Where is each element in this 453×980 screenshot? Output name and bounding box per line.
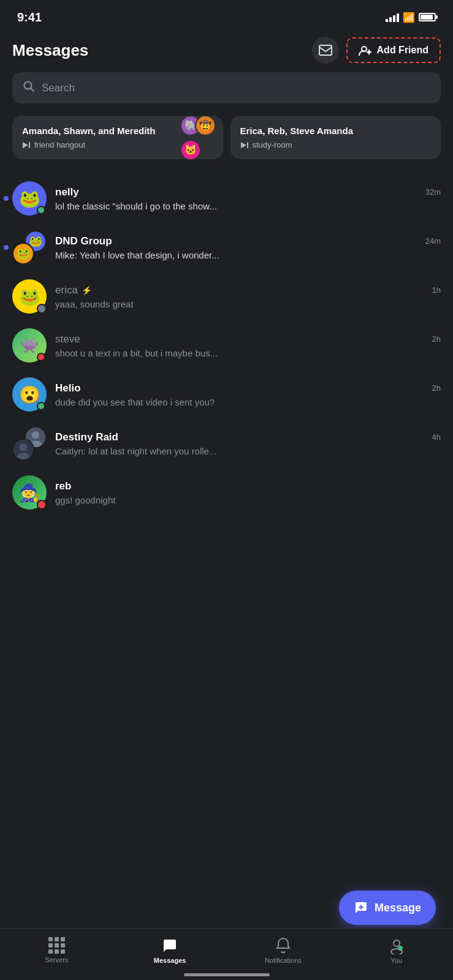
voice-avatar: 🤠 xyxy=(195,116,216,136)
avatar-wrapper-reb: 🧙 xyxy=(12,475,47,510)
voice-card-1-avatars: 🐘 🤠 🐱 xyxy=(180,116,216,160)
avatar-wrapper-steve: 👾 xyxy=(12,328,47,363)
voice-avatar: 🐱 xyxy=(180,140,201,160)
nav-item-messages[interactable]: Messages xyxy=(113,933,227,968)
dm-name-reb: reb xyxy=(55,480,71,492)
status-time: 9:41 xyxy=(17,10,42,24)
dm-time-destiny: 4h xyxy=(432,432,441,442)
dm-time-nelly: 32m xyxy=(425,187,441,197)
dm-content-reb: reb ggs! goodnight xyxy=(55,480,441,505)
fab-label: Message xyxy=(375,902,421,914)
dm-content-dnd: DND Group 24m Mike: Yeah I love that des… xyxy=(55,235,441,260)
group-avatar-destiny xyxy=(12,426,47,461)
dm-item-steve[interactable]: 👾 steve 2h shoot u a text in a bit, but … xyxy=(0,321,453,370)
unread-indicator xyxy=(4,196,9,201)
status-erica xyxy=(37,304,47,314)
dm-preview-erica: yaaa, sounds great xyxy=(55,299,441,309)
dm-name-nelly: nelly xyxy=(55,186,79,198)
dm-time-steve: 2h xyxy=(432,334,441,344)
search-container: Search xyxy=(12,72,441,104)
page-title: Messages xyxy=(12,41,88,60)
svg-point-8 xyxy=(32,431,39,439)
bottom-nav: Servers Messages Notifications You xyxy=(0,928,453,980)
dm-item-erica[interactable]: 🐸 erica ⚡ 1h yaaa, sounds great xyxy=(0,272,453,321)
dm-time-helio: 2h xyxy=(432,383,441,393)
svg-rect-0 xyxy=(319,45,332,55)
unread-indicator xyxy=(4,245,9,250)
voice-channels-section: Amanda, Shawn, and Meredith friend hango… xyxy=(0,116,453,174)
avatar-wrapper-destiny xyxy=(12,426,47,461)
mail-button[interactable] xyxy=(312,37,339,64)
you-icon xyxy=(388,937,405,954)
wifi-icon: 📶 xyxy=(403,12,415,23)
dm-time-dnd: 24m xyxy=(425,236,441,246)
dm-preview-dnd: Mike: Yeah I love that design, i wonder.… xyxy=(55,250,441,260)
battery-icon xyxy=(419,13,436,21)
add-friend-button[interactable]: Add Friend xyxy=(346,37,441,63)
svg-marker-3 xyxy=(23,142,28,148)
dm-time-erica: 1h xyxy=(432,285,441,295)
dm-preview-reb: ggs! goodnight xyxy=(55,495,441,505)
online-status-nelly xyxy=(37,206,45,214)
dm-name-destiny: Destiny Raid xyxy=(55,431,118,443)
message-fab[interactable]: Message xyxy=(339,891,436,925)
dm-content-nelly: nelly 32m lol the classic "should i go t… xyxy=(55,186,441,211)
messages-icon xyxy=(161,937,178,954)
svg-rect-6 xyxy=(247,142,248,148)
dm-name-dnd: DND Group xyxy=(55,235,112,247)
voice-card-1[interactable]: Amanda, Shawn, and Meredith friend hango… xyxy=(12,116,223,159)
group-avatar-dnd: 🐸 🐸 xyxy=(12,230,47,265)
status-icons: 📶 xyxy=(386,12,436,23)
dm-item-destiny-raid[interactable]: Destiny Raid 4h Caitlyn: lol at last nig… xyxy=(0,419,453,468)
servers-icon xyxy=(48,937,64,954)
avatar-wrapper-nelly: 🐸 xyxy=(12,181,47,216)
status-reb xyxy=(37,500,47,510)
dm-content-destiny: Destiny Raid 4h Caitlyn: lol at last nig… xyxy=(55,431,441,456)
nav-label-servers: Servers xyxy=(45,956,68,963)
nav-item-you[interactable]: You xyxy=(340,933,453,968)
header: Messages Add Friend xyxy=(0,31,453,72)
status-helio xyxy=(37,402,45,410)
dm-item-nelly[interactable]: 🐸 nelly 32m lol the classic "should i go… xyxy=(0,174,453,223)
avatar-wrapper-dnd: 🐸 🐸 xyxy=(12,230,47,265)
avatar-wrapper-erica: 🐸 xyxy=(12,279,47,314)
header-actions: Add Friend xyxy=(312,37,441,64)
svg-point-11 xyxy=(20,443,27,451)
dm-item-helio[interactable]: 😮 Helio 2h dude did you see that video i… xyxy=(0,370,453,419)
dm-preview-steve: shoot u a text in a bit, but i maybe bus… xyxy=(55,348,441,358)
search-placeholder: Search xyxy=(42,82,75,94)
dm-content-erica: erica ⚡ 1h yaaa, sounds great xyxy=(55,284,441,309)
dm-content-steve: steve 2h shoot u a text in a bit, but i … xyxy=(55,333,441,358)
voice-card-2-name: Erica, Reb, Steve Amanda xyxy=(240,126,432,137)
signal-icon xyxy=(386,12,399,22)
svg-point-15 xyxy=(398,946,403,951)
nav-label-you: You xyxy=(390,957,402,964)
search-icon xyxy=(23,81,34,95)
dm-item-reb[interactable]: 🧙 reb ggs! goodnight xyxy=(0,468,453,517)
dm-preview-nelly: lol the classic "should i go to the show… xyxy=(55,201,441,211)
search-bar[interactable]: Search xyxy=(12,72,441,104)
nav-label-notifications: Notifications xyxy=(265,957,302,964)
status-bar: 9:41 📶 xyxy=(0,0,453,31)
dm-preview-helio: dude did you see that video i sent you? xyxy=(55,397,441,407)
dm-item-dnd-group[interactable]: 🐸 🐸 DND Group 24m Mike: Yeah I love that… xyxy=(0,223,453,272)
nav-label-messages: Messages xyxy=(154,957,186,964)
dm-name-steve: steve xyxy=(55,333,80,345)
dm-name-helio: Helio xyxy=(55,382,81,394)
voice-card-2-status: study-room xyxy=(240,140,432,149)
nav-item-notifications[interactable]: Notifications xyxy=(227,933,340,968)
svg-marker-5 xyxy=(241,142,246,148)
svg-point-13 xyxy=(394,940,400,946)
voice-card-2[interactable]: Erica, Reb, Steve Amanda study-room xyxy=(230,116,441,159)
dm-name-erica: erica ⚡ xyxy=(55,284,92,296)
status-steve xyxy=(37,353,45,361)
avatar-wrapper-helio: 😮 xyxy=(12,377,47,412)
dm-list: 🐸 nelly 32m lol the classic "should i go… xyxy=(0,174,453,517)
dm-content-helio: Helio 2h dude did you see that video i s… xyxy=(55,382,441,407)
dm-preview-destiny: Caitlyn: lol at last night when you roll… xyxy=(55,446,441,456)
home-indicator xyxy=(184,973,270,976)
add-friend-label: Add Friend xyxy=(377,45,428,56)
nav-item-servers[interactable]: Servers xyxy=(0,933,113,968)
mute-icon-erica: ⚡ xyxy=(82,285,92,295)
notifications-icon xyxy=(275,937,291,954)
